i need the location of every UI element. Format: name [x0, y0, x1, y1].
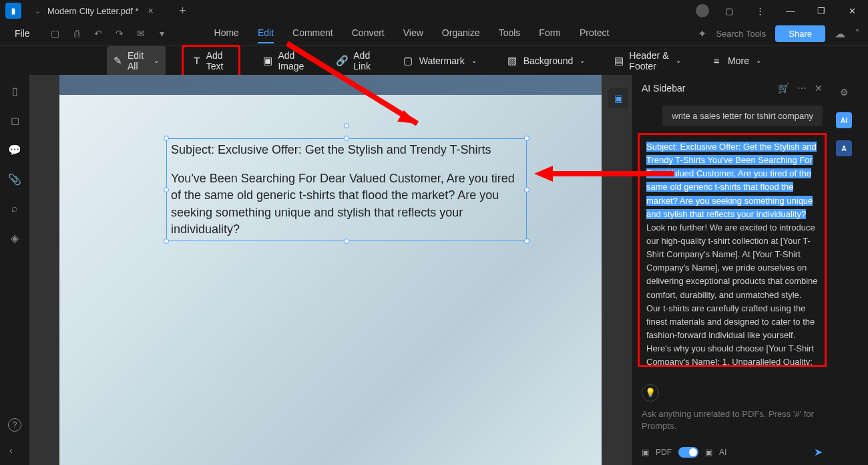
- resize-handle[interactable]: [164, 239, 169, 244]
- word-tab-icon[interactable]: A: [836, 140, 852, 156]
- add-text-button[interactable]: TAdd Text: [182, 45, 240, 77]
- more-icon: ≡: [710, 55, 722, 67]
- image-icon: ▣: [263, 55, 272, 67]
- chevron-down-icon: ⌄: [35, 7, 41, 15]
- add-tab-button[interactable]: +: [175, 3, 191, 19]
- close-panel-icon[interactable]: ✕: [815, 83, 823, 94]
- print-icon[interactable]: ⎙: [70, 27, 83, 40]
- sparkle-icon: ✦: [698, 27, 706, 40]
- file-menu[interactable]: File: [8, 25, 37, 41]
- cloud-icon[interactable]: ☁: [835, 27, 845, 40]
- background-button[interactable]: ▨Background⌄: [499, 51, 592, 71]
- resize-handle[interactable]: [524, 239, 529, 244]
- ai-sidebar-title: AI Sidebar: [642, 83, 685, 94]
- chevron-down-icon: ⌄: [154, 57, 159, 64]
- more-button[interactable]: ≡More⌄: [704, 51, 768, 71]
- resize-handle[interactable]: [164, 187, 169, 192]
- pdf-label: PDF: [656, 448, 672, 457]
- lightbulb-icon[interactable]: 💡: [642, 384, 659, 402]
- header-footer-button[interactable]: ▤Header & Footer⌄: [608, 46, 688, 75]
- app-logo: ▮: [5, 3, 21, 19]
- help-icon[interactable]: ?: [8, 418, 21, 432]
- tab-tools[interactable]: Tools: [499, 23, 521, 43]
- settings-icon[interactable]: ⚙: [836, 84, 852, 100]
- layers-icon[interactable]: ◈: [8, 231, 21, 245]
- resize-handle[interactable]: [524, 136, 529, 141]
- header-footer-icon: ▤: [614, 55, 624, 67]
- text-icon: T: [193, 55, 201, 67]
- text-subject[interactable]: Subject: Exclusive Offer: Get the Stylis…: [171, 142, 522, 158]
- mail-icon[interactable]: ✉: [134, 27, 148, 40]
- resize-handle[interactable]: [524, 187, 529, 192]
- minimize-button[interactable]: —: [780, 3, 801, 19]
- chevron-down-icon: ⌄: [756, 57, 761, 64]
- mode-toggle[interactable]: [678, 447, 698, 458]
- collapse-left-icon[interactable]: ‹: [9, 445, 13, 456]
- tab-organize[interactable]: Organize: [442, 23, 480, 43]
- cart-icon[interactable]: 🛒: [778, 83, 789, 94]
- edit-all-button[interactable]: ✎Edit All⌄: [107, 46, 166, 75]
- user-avatar[interactable]: [696, 4, 709, 17]
- ai-response-rest: Look no further! We are excited to intro…: [646, 222, 818, 367]
- save-icon[interactable]: ▢: [49, 27, 62, 40]
- more-icon[interactable]: ⋯: [797, 83, 807, 94]
- text-edit-box[interactable]: Subject: Exclusive Offer: Get the Stylis…: [166, 138, 527, 241]
- document-tab[interactable]: ⌄ Modern City Letter.pdf * ×: [27, 3, 164, 19]
- svg-line-0: [287, 43, 417, 124]
- chevron-down-icon: ⌄: [676, 57, 681, 64]
- svg-marker-3: [534, 166, 553, 182]
- undo-icon[interactable]: ↶: [91, 27, 105, 40]
- attachments-icon[interactable]: 📎: [8, 172, 21, 186]
- search-icon[interactable]: ⌕: [8, 202, 21, 215]
- close-window-button[interactable]: ✕: [841, 3, 863, 19]
- tab-protect[interactable]: Protect: [580, 23, 609, 43]
- tab-home[interactable]: Home: [214, 23, 239, 43]
- user-prompt-chip: write a sales letter for tshirt company: [662, 106, 823, 126]
- bookmarks-icon[interactable]: ◻: [8, 114, 21, 127]
- send-icon[interactable]: ➤: [814, 446, 823, 458]
- ai-mode-icon: ▣: [705, 448, 712, 457]
- chat-icon[interactable]: ▢: [718, 3, 740, 19]
- kebab-menu-icon[interactable]: ⋮: [749, 3, 771, 19]
- resize-handle[interactable]: [344, 136, 349, 141]
- comments-icon[interactable]: 💬: [8, 143, 21, 156]
- ai-tab-icon[interactable]: AI: [836, 112, 852, 128]
- maximize-button[interactable]: ❐: [811, 3, 832, 19]
- tab-edit[interactable]: Edit: [258, 23, 274, 43]
- share-button[interactable]: Share: [775, 25, 825, 42]
- redo-icon[interactable]: ↷: [113, 27, 126, 40]
- collapse-ribbon-icon[interactable]: ˄: [855, 27, 860, 40]
- ai-label: AI: [719, 448, 726, 457]
- dropdown-icon[interactable]: ▾: [156, 27, 169, 40]
- chevron-down-icon: ⌄: [580, 57, 585, 64]
- ai-sidebar-panel: ▣ AI Sidebar 🛒 ⋯ ✕ write a sales letter …: [632, 75, 832, 465]
- search-tools-input[interactable]: Search Tools: [716, 29, 766, 39]
- tab-title: Modern City Letter.pdf *: [47, 6, 139, 16]
- tab-form[interactable]: Form: [539, 23, 561, 43]
- thumbnails-icon[interactable]: ▯: [8, 84, 21, 98]
- chevron-down-icon: ⌄: [471, 57, 477, 64]
- resize-handle[interactable]: [344, 239, 349, 244]
- pdf-mode-icon: ▣: [642, 448, 649, 457]
- pencil-icon: ✎: [114, 55, 122, 67]
- ai-panel-toggle-icon[interactable]: ▣: [608, 88, 628, 108]
- resize-handle[interactable]: [164, 136, 169, 141]
- ai-input-field[interactable]: Ask anything unrelated to PDFs. Press '#…: [642, 408, 823, 432]
- background-icon: ▨: [506, 55, 518, 67]
- close-tab-icon[interactable]: ×: [146, 5, 156, 16]
- text-body[interactable]: You've Been Searching For Dear Valued Cu…: [171, 170, 522, 238]
